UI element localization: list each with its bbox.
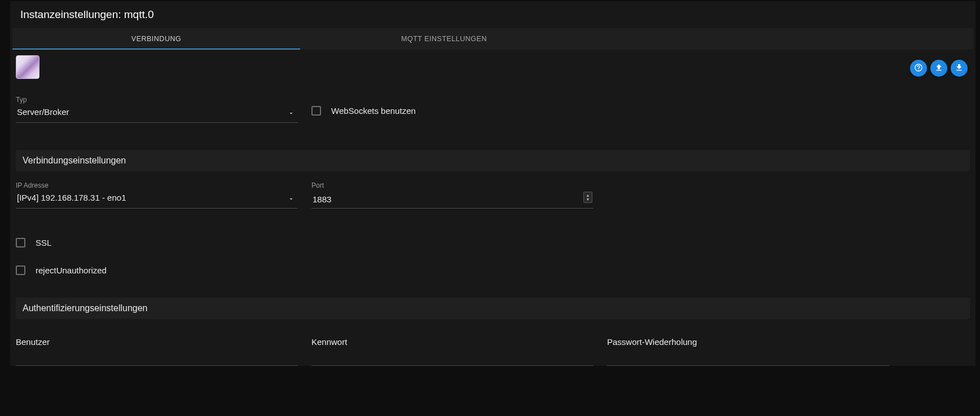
websockets-label: WebSockets benutzen [331, 106, 416, 116]
ssl-label: SSL [36, 238, 51, 247]
connection-section-header: Verbindungseinstellungen [16, 150, 970, 171]
password-repeat-input[interactable] [607, 350, 889, 366]
upload-button[interactable] [930, 60, 947, 77]
user-label: Benutzer [16, 337, 298, 347]
ip-select[interactable]: [IPv4] 192.168.178.31 - eno1 [16, 193, 298, 209]
chevron-down-icon: ▼ [586, 197, 590, 201]
adapter-logo [16, 55, 39, 79]
help-icon [914, 63, 923, 74]
tab-connection[interactable]: VERBINDUNG [12, 28, 300, 50]
reject-unauthorized-checkbox[interactable] [16, 265, 25, 275]
page-title: Instanzeinstellungen: mqtt.0 [10, 1, 975, 28]
password-label: Kennwort [311, 337, 594, 347]
type-select[interactable]: Server/Broker [16, 107, 298, 123]
port-stepper[interactable]: ▲ ▼ [583, 192, 592, 203]
type-label: Typ [16, 96, 298, 104]
download-icon [955, 63, 964, 74]
tabs: VERBINDUNG MQTT EINSTELLUNGEN [12, 28, 973, 50]
ssl-checkbox[interactable] [16, 238, 25, 247]
port-input[interactable] [311, 193, 594, 209]
help-button[interactable] [910, 60, 927, 77]
port-label: Port [311, 182, 594, 189]
tab-mqtt-settings[interactable]: MQTT EINSTELLUNGEN [300, 28, 588, 50]
chevron-up-icon: ▲ [586, 193, 590, 197]
password-repeat-label: Passwort-Wiederholung [607, 337, 889, 347]
password-input[interactable] [311, 350, 594, 366]
auth-section-header: Authentifizierungseinstellungen [16, 298, 970, 319]
ip-label: IP Adresse [16, 182, 298, 189]
websockets-checkbox[interactable] [311, 106, 321, 116]
upload-icon [934, 63, 943, 74]
download-button[interactable] [951, 60, 968, 77]
reject-unauthorized-label: rejectUnauthorized [36, 265, 107, 275]
user-input[interactable] [16, 350, 298, 366]
